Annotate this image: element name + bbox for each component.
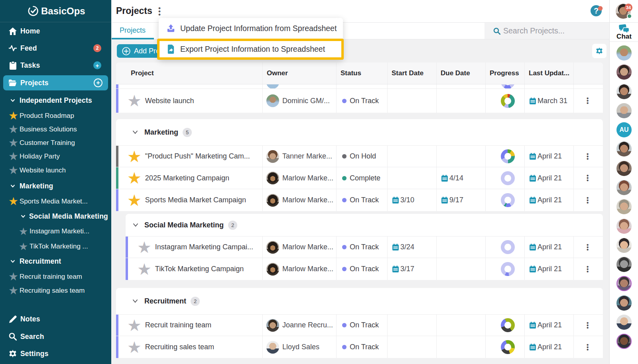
- svg-text:?: ?: [594, 6, 599, 15]
